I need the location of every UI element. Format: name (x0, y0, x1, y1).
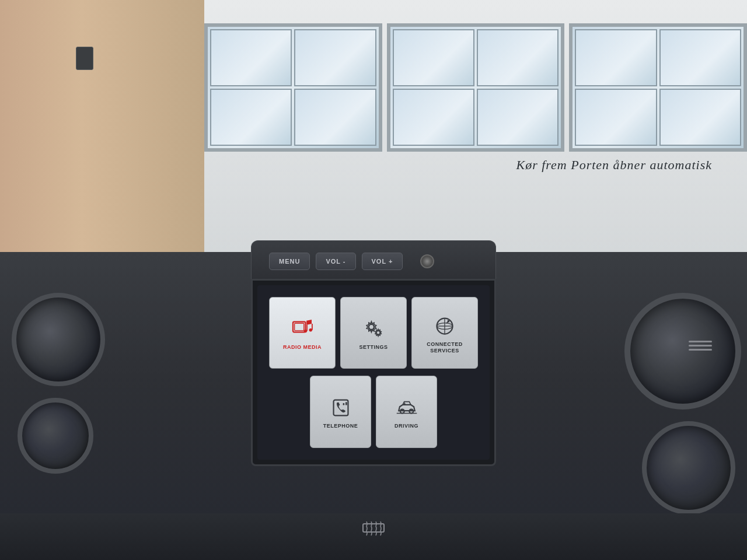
settings-label: SETTINGS (359, 344, 388, 351)
menu-grid-top: RADIO MEDIA (269, 297, 478, 369)
window-section-1 (204, 23, 382, 152)
vent-circle-bottom-right (642, 421, 735, 514)
telephone-icon (329, 396, 352, 419)
menu-item-connected-services[interactable]: CONNECTED SERVICES (411, 297, 478, 369)
garage-windows (204, 23, 747, 152)
svg-point-7 (376, 331, 380, 334)
background-scene: Kør frem Porten åbner automatisk MENU (0, 0, 747, 560)
headphone-jack[interactable] (420, 254, 434, 268)
vent-circle-top-right (624, 293, 741, 410)
svg-rect-14 (345, 402, 347, 405)
right-vent-area (619, 281, 747, 514)
garage-sign: Kør frem Porten åbner automatisk (516, 158, 713, 173)
driving-icon (395, 396, 418, 419)
dashboard-bottom (0, 513, 747, 560)
infotainment-screen: RADIO MEDIA (257, 285, 490, 460)
telephone-label: TELEPHONE (323, 423, 358, 429)
window-section-2 (387, 23, 565, 152)
svg-point-6 (369, 324, 374, 330)
menu-item-telephone[interactable]: TELEPHONE (310, 376, 371, 447)
connected-services-label: CONNECTED SERVICES (427, 341, 463, 354)
button-panel: MENU VOL - VOL + (251, 240, 496, 279)
menu-item-settings[interactable]: SETTINGS (340, 297, 407, 369)
settings-gear-icon (362, 317, 385, 341)
menu-button[interactable]: MENU (269, 253, 310, 270)
security-panel (76, 47, 93, 70)
radio-media-label: RADIO MEDIA (283, 344, 322, 351)
vol-minus-button[interactable]: VOL - (316, 253, 355, 270)
vol-plus-button[interactable]: VOL + (362, 253, 403, 270)
svg-rect-13 (343, 403, 344, 405)
menu-grid-bottom: TELEPHONE (269, 376, 478, 447)
menu-item-driving[interactable]: DRIVING (376, 376, 437, 447)
driving-label: DRIVING (395, 423, 418, 429)
menu-item-radio-media[interactable]: RADIO MEDIA (269, 297, 336, 369)
vent-circle-top-left (12, 293, 105, 386)
svg-rect-1 (295, 323, 304, 330)
radio-media-icon (291, 317, 314, 341)
left-vent-area (0, 281, 117, 503)
infotainment-unit: MENU VOL - VOL + (251, 240, 496, 466)
vent-lines (683, 328, 718, 363)
vent-circle-bottom-left (18, 398, 93, 474)
globe-icon (433, 314, 456, 338)
dashboard: MENU VOL - VOL + (0, 252, 747, 560)
window-section-3 (569, 23, 747, 152)
defrost-icon (362, 519, 385, 537)
screen-bezel: RADIO MEDIA (251, 279, 496, 466)
